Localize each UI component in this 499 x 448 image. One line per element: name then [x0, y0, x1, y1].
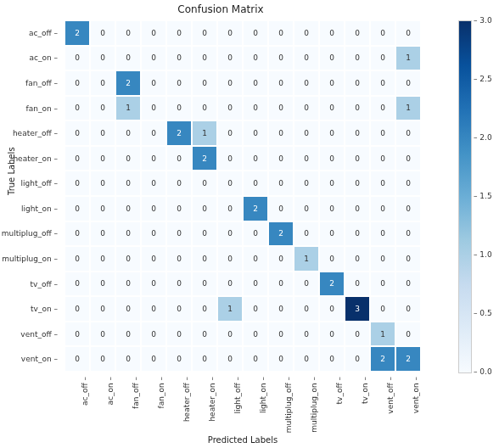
heatmap-cell: 0 — [217, 146, 243, 171]
heatmap-cell: 0 — [294, 146, 319, 171]
heatmap-cell: 2 — [64, 20, 90, 46]
heatmap-cell: 0 — [166, 96, 192, 121]
heatmap-cell: 0 — [64, 46, 90, 71]
row-label: vent_off – — [0, 322, 61, 347]
heatmap-cell: 0 — [64, 272, 90, 297]
heatmap-cell: 0 — [243, 146, 268, 171]
col-labels-container: ac_off –ac_on –fan_off –fan_on –heater_o… — [64, 373, 421, 433]
heatmap-cell: 0 — [319, 296, 345, 322]
heatmap-cell: 0 — [90, 296, 115, 322]
heatmap-cell: 0 — [166, 20, 192, 46]
heatmap-cell: 0 — [268, 322, 294, 347]
heatmap-cell: 0 — [268, 272, 294, 297]
heatmap-cell: 0 — [345, 272, 370, 297]
heatmap-cell: 0 — [319, 70, 345, 96]
heatmap-cell: 0 — [115, 196, 141, 221]
heatmap-cell: 0 — [192, 296, 217, 322]
heatmap-cell: 0 — [268, 196, 294, 221]
heatmap-cell: 0 — [166, 296, 192, 322]
heatmap-cell: 2 — [370, 346, 395, 372]
heatmap-cell: 0 — [90, 96, 115, 121]
heatmap-cell: 1 — [395, 46, 421, 71]
row-labels-container: ac_off –ac_on –fan_off –fan_on –heater_o… — [0, 20, 61, 372]
heatmap-cell: 0 — [115, 171, 141, 196]
heatmap-cell: 0 — [294, 46, 319, 71]
heatmap-cell: 0 — [370, 120, 395, 146]
heatmap-cell: 1 — [370, 322, 395, 347]
heatmap-cell: 0 — [243, 246, 268, 272]
heatmap-cell: 0 — [192, 20, 217, 46]
heatmap-cell: 0 — [166, 46, 192, 71]
heatmap-cell: 0 — [115, 46, 141, 71]
col-label: ac_on – — [106, 377, 115, 406]
heatmap-cell: 0 — [345, 96, 370, 121]
heatmap-cell: 0 — [141, 146, 166, 171]
colorbar-tick-label: – 3.0 — [474, 16, 492, 25]
heatmap-cell: 0 — [141, 346, 166, 372]
heatmap-cell: 0 — [319, 221, 345, 247]
heatmap-cell: 0 — [319, 46, 345, 71]
heatmap-cell: 0 — [217, 96, 243, 121]
heatmap-cell: 0 — [319, 120, 345, 146]
col-label: tv_off – — [335, 377, 344, 404]
heatmap-cell: 0 — [243, 171, 268, 196]
col-label: heater_on – — [208, 377, 216, 422]
heatmap-cell: 0 — [370, 272, 395, 297]
heatmap-cell: 0 — [192, 221, 217, 247]
heatmap-cell: 2 — [395, 346, 421, 372]
heatmap-cell: 0 — [217, 346, 243, 372]
heatmap-cell: 0 — [192, 171, 217, 196]
heatmap-cell: 0 — [370, 20, 395, 46]
heatmap-cell: 0 — [90, 70, 115, 96]
heatmap-cell: 0 — [268, 296, 294, 322]
heatmap-cell: 0 — [395, 20, 421, 46]
heatmap-cell: 0 — [217, 322, 243, 347]
heatmap-cell: 0 — [294, 120, 319, 146]
heatmap-cell: 0 — [268, 70, 294, 96]
heatmap-cell: 0 — [141, 46, 166, 71]
heatmap-cell: 0 — [192, 196, 217, 221]
heatmap-cell: 0 — [64, 146, 90, 171]
row-label: tv_on – — [0, 296, 61, 322]
heatmap-cell: 0 — [217, 70, 243, 96]
heatmap-cell: 0 — [345, 120, 370, 146]
heatmap-cell: 0 — [294, 322, 319, 347]
heatmap-cell: 0 — [370, 296, 395, 322]
colorbar-tick-label: – 1.0 — [474, 250, 492, 259]
heatmap-cell: 0 — [90, 171, 115, 196]
heatmap-cell: 0 — [166, 146, 192, 171]
heatmap-cell: 0 — [370, 70, 395, 96]
heatmap-cell: 0 — [395, 120, 421, 146]
heatmap-cell: 0 — [268, 171, 294, 196]
heatmap-cell: 0 — [90, 46, 115, 71]
heatmap-cell: 0 — [64, 196, 90, 221]
heatmap-cell: 0 — [395, 246, 421, 272]
heatmap-cell: 0 — [192, 246, 217, 272]
heatmap-cell: 0 — [294, 70, 319, 96]
heatmap-cell: 0 — [395, 322, 421, 347]
heatmap-cell: 0 — [115, 221, 141, 247]
heatmap-cell: 0 — [166, 346, 192, 372]
row-label: light_on – — [0, 196, 61, 221]
heatmap-cell: 0 — [243, 96, 268, 121]
colorbar-tick-label: – 0.5 — [474, 309, 492, 317]
heatmap-cell: 0 — [64, 296, 90, 322]
heatmap-cell: 0 — [166, 70, 192, 96]
heatmap-cell: 0 — [243, 46, 268, 71]
heatmap-cell: 0 — [192, 70, 217, 96]
heatmap-cell: 0 — [217, 246, 243, 272]
heatmap-cell: 2 — [192, 146, 217, 171]
colorbar — [458, 20, 472, 373]
heatmap-cell: 0 — [141, 296, 166, 322]
heatmap-cell: 0 — [319, 196, 345, 221]
heatmap-cell: 0 — [115, 272, 141, 297]
heatmap-cell: 0 — [268, 46, 294, 71]
heatmap-cell: 0 — [370, 146, 395, 171]
heatmap-cell: 0 — [141, 171, 166, 196]
heatmap-cell: 0 — [141, 246, 166, 272]
heatmap-cell: 0 — [217, 120, 243, 146]
row-label: vent_on – — [0, 347, 61, 372]
row-label: ac_on – — [0, 46, 61, 71]
heatmap-cell: 0 — [345, 196, 370, 221]
heatmap-cell: 0 — [166, 272, 192, 297]
